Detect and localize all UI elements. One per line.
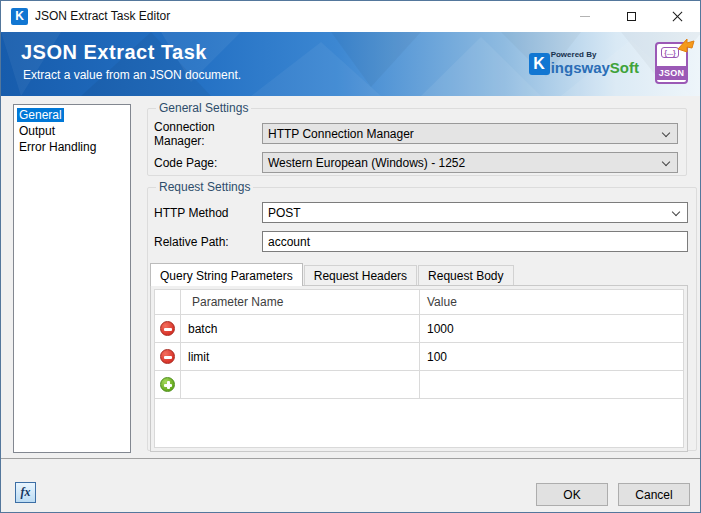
json-extract-task-editor-window: K JSON Extract Task Editor JSON Extract … [0,0,701,513]
table-row [155,371,683,399]
relative-path-label: Relative Path: [154,235,262,249]
json-badge-label: JSON [656,66,687,80]
grid-header-value: Value [420,290,683,314]
dialog-body: General Output Error Handling General Se… [1,96,700,458]
query-string-parameters-panel: Parameter Name Value batch 1000 limit 10… [150,285,688,452]
chevron-down-icon [662,158,670,166]
parameter-value-cell[interactable]: 1000 [420,315,683,342]
expression-fx-button[interactable]: fx [15,482,36,503]
minimize-button[interactable] [562,1,608,32]
sidebar-item-output[interactable]: Output [15,123,129,139]
maximize-button[interactable] [608,1,654,32]
request-settings-group: Request Settings HTTP Method POST Relati… [147,180,697,451]
tab-query-string-parameters[interactable]: Query String Parameters [150,263,303,286]
parameter-name-cell[interactable]: limit [181,343,420,370]
app-icon: K [11,8,28,25]
branding: K Powered By ingswaySoft {...} JSON [529,42,688,84]
tab-request-headers[interactable]: Request Headers [304,265,417,285]
add-row-icon[interactable] [160,377,175,392]
chevron-down-icon [662,129,670,137]
kingswaysoft-logo: K Powered By ingswaySoft [529,51,639,75]
tab-request-body[interactable]: Request Body [418,265,513,285]
request-tabs: Query String Parameters Request Headers … [150,262,688,452]
button-bar: fx OK Cancel [1,458,700,512]
minimize-icon [580,16,590,17]
table-row: batch 1000 [155,315,683,343]
window-title: JSON Extract Task Editor [35,9,170,23]
request-settings-legend: Request Settings [156,180,253,194]
code-page-dropdown[interactable]: Western European (Windows) - 1252 [262,152,678,173]
chevron-down-icon [672,208,680,216]
http-method-label: HTTP Method [154,206,262,220]
close-button[interactable] [654,1,700,32]
code-page-label: Code Page: [154,156,262,170]
parameter-value-cell[interactable] [420,371,683,398]
grid-header-parameter-name: Parameter Name [181,290,420,314]
brand-soft: Soft [610,59,639,76]
http-method-dropdown[interactable]: POST [262,202,688,223]
general-settings-group: General Settings Connection Manager: HTT… [147,101,687,176]
json-file-icon: {...} JSON [655,42,688,84]
powered-by-label: Powered By [551,51,639,59]
brand-kingsway: ingsway [551,59,610,76]
parameter-value-cell[interactable]: 100 [420,343,683,370]
kingswaysoft-k-icon: K [529,53,550,75]
remove-row-icon[interactable] [160,349,175,364]
sidebar-item-error-handling[interactable]: Error Handling [15,139,129,155]
parameter-name-cell[interactable]: batch [181,315,420,342]
header-banner: JSON Extract Task Extract a value from a… [1,32,700,96]
title-bar[interactable]: K JSON Extract Task Editor [1,1,700,32]
parameter-name-cell[interactable] [181,371,420,398]
json-arrow-icon [676,36,696,54]
sidebar-item-general[interactable]: General [15,107,129,123]
page-subtitle: Extract a value from an JSON document. [23,68,241,82]
maximize-icon [627,12,636,21]
general-settings-legend: General Settings [156,101,251,115]
connection-manager-label: Connection Manager: [154,120,262,148]
ok-button[interactable]: OK [536,483,608,506]
table-row: limit 100 [155,343,683,371]
close-icon [672,11,683,22]
relative-path-input[interactable]: account [262,231,688,252]
grid-header-icon-col [155,290,181,314]
connection-manager-dropdown[interactable]: HTTP Connection Manager [262,123,678,144]
cancel-button[interactable]: Cancel [618,483,690,506]
grid-header-row: Parameter Name Value [155,290,683,315]
category-list: General Output Error Handling [13,104,131,453]
page-title: JSON Extract Task [21,41,207,64]
parameters-grid: Parameter Name Value batch 1000 limit 10… [154,289,684,448]
remove-row-icon[interactable] [160,321,175,336]
